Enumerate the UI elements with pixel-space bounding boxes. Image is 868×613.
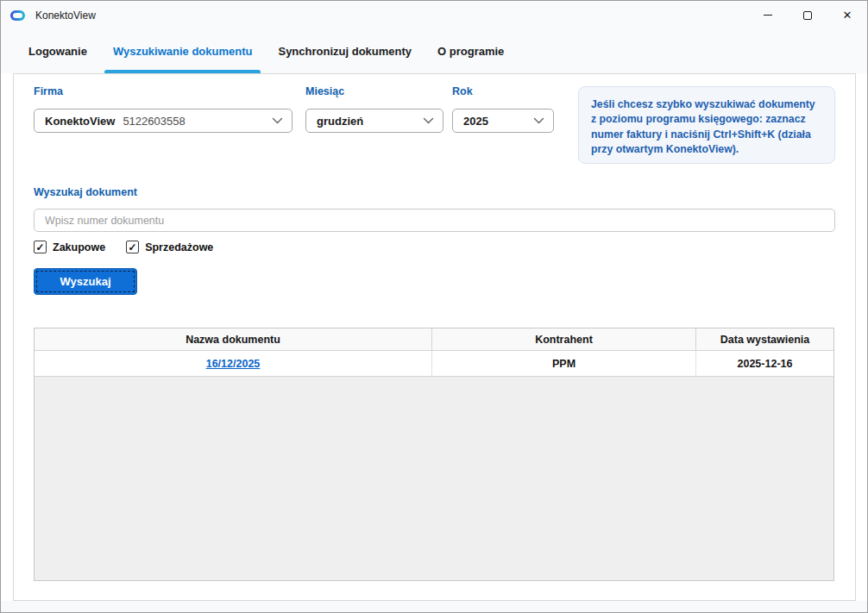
firma-label: Firma (34, 85, 63, 97)
shortcut-info-box: Jeśli chcesz szybko wyszukiwać dokumenty… (578, 86, 835, 164)
app-logo-icon (10, 10, 25, 21)
tab-o-programie[interactable]: O programie (436, 29, 506, 73)
close-button[interactable]: ✕ (827, 1, 867, 29)
checkbox-sprzedazowe[interactable]: ✓ Sprzedażowe (126, 241, 213, 253)
miesiac-dropdown[interactable]: grudzień (305, 109, 443, 133)
chevron-down-icon (533, 117, 544, 124)
checkbox-zakupowe[interactable]: ✓ Zakupowe (34, 241, 105, 253)
title-bar: KonektoView ✕ (1, 1, 867, 29)
wyszukaj-dokument-label: Wyszukaj dokument (34, 186, 137, 198)
wyszukaj-button[interactable]: Wyszukaj (34, 268, 137, 295)
window-title: KonektoView (35, 9, 96, 22)
window-footer (1, 601, 867, 613)
chevron-down-icon (272, 117, 283, 124)
miesiac-selected: grudzień (317, 115, 363, 128)
firma-selected-number: 5122603558 (123, 115, 185, 128)
tab-wyszukiwanie-dokumentu[interactable]: Wyszukiwanie dokumentu (111, 29, 255, 73)
document-number-input[interactable] (34, 209, 835, 232)
tab-logowanie[interactable]: Logowanie (27, 29, 89, 73)
rok-label: Rok (452, 85, 473, 97)
cell-nazwa-dokumentu: 16/12/2025 (35, 351, 432, 376)
chevron-down-icon (423, 117, 434, 124)
tab-strip: Logowanie Wyszukiwanie dokumentu Synchro… (1, 29, 867, 73)
rok-selected: 2025 (463, 115, 488, 128)
checkbox-check-icon: ✓ (34, 241, 47, 253)
firma-dropdown[interactable]: KonektoView 5122603558 (34, 109, 292, 133)
window-controls: ✕ (748, 1, 867, 29)
firma-selected-name: KonektoView (45, 115, 115, 128)
miesiac-label: Miesiąc (305, 85, 344, 97)
minimize-button[interactable] (748, 1, 788, 29)
cell-data-wystawienia: 2025-12-16 (696, 351, 833, 376)
main-panel: Firma KonektoView 5122603558 Miesiąc gru… (13, 73, 856, 601)
tab-synchronizuj-dokumenty[interactable]: Synchronizuj dokumenty (276, 29, 413, 73)
maximize-icon (803, 11, 812, 20)
header-data-wystawienia[interactable]: Data wystawienia (696, 328, 833, 350)
header-kontrahent[interactable]: Kontrahent (432, 328, 696, 350)
table-row: 16/12/2025 PPM 2025-12-16 (35, 351, 833, 377)
checkbox-sprzedazowe-label: Sprzedażowe (145, 241, 213, 253)
app-window: KonektoView ✕ Logowanie Wyszukiwanie dok… (0, 0, 868, 613)
grid-header-row: Nazwa dokumentu Kontrahent Data wystawie… (35, 328, 833, 351)
checkbox-check-icon: ✓ (126, 241, 139, 253)
cell-kontrahent: PPM (432, 351, 696, 376)
document-link[interactable]: 16/12/2025 (206, 358, 261, 370)
results-grid: Nazwa dokumentu Kontrahent Data wystawie… (34, 328, 834, 581)
maximize-button[interactable] (788, 1, 827, 29)
checkbox-zakupowe-label: Zakupowe (53, 241, 105, 253)
header-nazwa-dokumentu[interactable]: Nazwa dokumentu (35, 328, 432, 350)
rok-dropdown[interactable]: 2025 (452, 109, 554, 133)
document-type-filters: ✓ Zakupowe ✓ Sprzedażowe (34, 241, 213, 253)
close-icon: ✕ (843, 9, 852, 22)
minimize-icon (764, 15, 772, 16)
